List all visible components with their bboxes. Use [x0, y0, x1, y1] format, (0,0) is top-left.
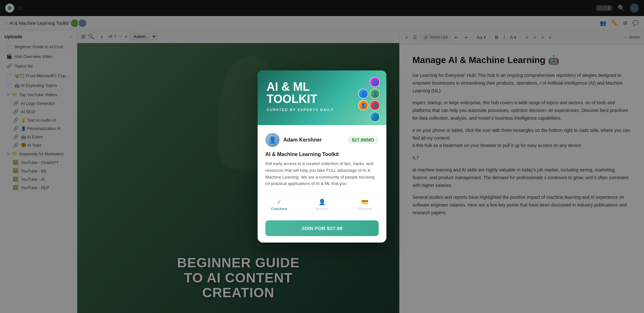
hero-avatar-2: 👤 [358, 88, 368, 99]
hero-avatar-6: 👤 [370, 112, 380, 122]
seller-name: Adam Kershner [283, 137, 344, 143]
modal-seller-row: 👤 Adam Kershner $27.99/MO [265, 133, 379, 147]
payment-tab-label: Payment [358, 207, 372, 211]
modal-overlay[interactable]: AI & MLTOOLKIT CURATED BY EXPERTS DAILY … [0, 0, 644, 313]
modal-tab-payment[interactable]: 💳 Payment [344, 194, 386, 215]
modal-tab-checkout[interactable]: ✓ Checkout [258, 194, 300, 215]
modal-description: Get early access to a curated collection… [265, 161, 379, 187]
hero-avatar-3: 👤 [370, 88, 380, 99]
account-tab-label: Account [316, 207, 328, 211]
hero-avatar-row-2: 👤 👤 [358, 88, 380, 99]
checkout-tab-label: Checkout [271, 207, 287, 211]
account-icon: 👤 [318, 198, 326, 206]
price-badge: $27.99/MO [347, 136, 379, 144]
modal-hero: AI & MLTOOLKIT CURATED BY EXPERTS DAILY … [258, 70, 386, 125]
hero-avatar-row-3: 👤 👤 [358, 100, 380, 110]
modal-product-title: AI & Machine Learning Toolkit [265, 152, 379, 157]
checkout-icon: ✓ [277, 198, 281, 206]
modal: AI & MLTOOLKIT CURATED BY EXPERTS DAILY … [258, 70, 386, 243]
modal-tab-account[interactable]: 👤 Account [300, 194, 343, 215]
seller-avatar: 👤 [265, 133, 279, 147]
modal-body: 👤 Adam Kershner $27.99/MO AI & Machine L… [258, 125, 386, 187]
hero-avatar-5: 👤 [370, 100, 380, 110]
modal-tabs: ✓ Checkout 👤 Account 💳 Payment [258, 194, 386, 215]
hero-avatar-4: 👤 [358, 100, 368, 110]
hero-avatar-row-1: 👤 [370, 77, 380, 87]
modal-footer: JOIN FOR $27.99 [258, 215, 386, 243]
payment-icon: 💳 [361, 198, 368, 206]
join-button[interactable]: JOIN FOR $27.99 [265, 220, 379, 236]
hero-avatar-row-4: 👤 [370, 112, 380, 122]
modal-hero-avatars: 👤 👤 👤 👤 👤 👤 [358, 77, 380, 122]
hero-avatar-1: 👤 [370, 77, 380, 87]
